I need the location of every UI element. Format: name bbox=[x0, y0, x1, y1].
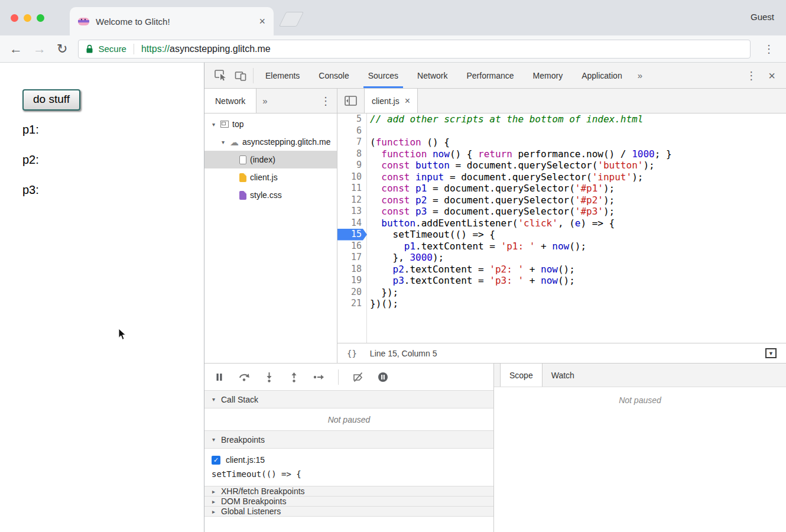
code-text: }, 3000); bbox=[367, 252, 444, 264]
sidebar-tab-watch[interactable]: Watch bbox=[543, 364, 583, 387]
breakpoint-marker[interactable]: 15 bbox=[337, 229, 367, 241]
stylesheet-icon bbox=[239, 191, 246, 200]
line-number[interactable]: 9 bbox=[337, 160, 367, 171]
line-number[interactable]: 13 bbox=[337, 206, 367, 218]
address-bar[interactable]: Secure https://asyncstepping.glitch.me bbox=[78, 40, 751, 59]
tree-item-top[interactable]: ▾top bbox=[204, 115, 337, 133]
navigator-tab-network[interactable]: Network bbox=[204, 89, 256, 113]
do-stuff-button[interactable]: do stuff bbox=[22, 89, 80, 111]
device-toolbar-icon[interactable] bbox=[230, 70, 251, 81]
editor-tab-clientjs[interactable]: client.js × bbox=[364, 89, 418, 113]
section-global-listeners[interactable]: ▸Global Listeners bbox=[204, 507, 493, 517]
navigator-menu-icon[interactable]: ⋮ bbox=[314, 96, 337, 106]
section-dom-breakpoints[interactable]: ▸DOM Breakpoints bbox=[204, 497, 493, 507]
code-text: const button = document.querySelector('b… bbox=[367, 160, 655, 171]
collapse-icon: ▸ bbox=[210, 498, 217, 505]
deactivate-breakpoints-icon[interactable] bbox=[350, 369, 366, 385]
devtools-tab-console[interactable]: Console bbox=[309, 63, 358, 88]
line-number[interactable]: 19 bbox=[337, 275, 367, 287]
devtools-tab-sources[interactable]: Sources bbox=[359, 63, 408, 88]
call-stack-message: Not paused bbox=[204, 408, 493, 431]
collapsed-sections: ▸XHR/fetch Breakpoints▸DOM Breakpoints▸G… bbox=[204, 486, 493, 517]
code-editor[interactable]: 5// add other scripts at the bottom of i… bbox=[337, 113, 786, 343]
devtools-close-icon[interactable]: × bbox=[764, 70, 780, 82]
devtools-tab-memory[interactable]: Memory bbox=[524, 63, 573, 88]
back-icon[interactable]: ← bbox=[9, 43, 22, 56]
editor-tab-close-icon[interactable]: × bbox=[405, 96, 410, 106]
devtools-tab-performance[interactable]: Performance bbox=[457, 63, 523, 88]
close-window-button[interactable] bbox=[11, 14, 18, 22]
devtools-menu-icon[interactable]: ⋮ bbox=[739, 70, 764, 81]
line-number[interactable]: 17 bbox=[337, 252, 367, 264]
section-xhr-fetch-breakpoints[interactable]: ▸XHR/fetch Breakpoints bbox=[204, 486, 493, 497]
twisty-icon[interactable]: ▾ bbox=[220, 139, 226, 145]
line-number[interactable]: 5 bbox=[337, 113, 367, 125]
devtools-tab-application[interactable]: Application bbox=[572, 63, 632, 88]
breakpoint-checkbox[interactable]: ✓ bbox=[212, 456, 220, 465]
step-into-icon[interactable] bbox=[261, 369, 277, 385]
collapse-icon: ▸ bbox=[210, 488, 217, 495]
line-number[interactable]: 8 bbox=[337, 148, 367, 160]
tree-item-client-js[interactable]: client.js bbox=[204, 168, 337, 186]
sidebar-tab-scope[interactable]: Scope bbox=[500, 364, 543, 387]
devtools-tabbar: ElementsConsoleSourcesNetworkPerformance… bbox=[204, 63, 786, 89]
devtools-tabbar-tabs: ElementsConsoleSourcesNetworkPerformance… bbox=[256, 63, 632, 88]
minimize-window-button[interactable] bbox=[24, 14, 31, 22]
browser-menu-icon[interactable]: ⋮ bbox=[761, 44, 777, 54]
navigator-toggle-icon[interactable] bbox=[345, 96, 357, 106]
step-out-icon[interactable] bbox=[286, 369, 301, 385]
step-over-icon[interactable] bbox=[236, 369, 252, 385]
tree-item-label: top bbox=[232, 119, 243, 129]
code-line-20: 20 }); bbox=[337, 287, 786, 299]
code-text: const p2 = document.querySelector('#p2')… bbox=[367, 194, 615, 206]
line-number[interactable]: 20 bbox=[337, 287, 367, 299]
zoom-window-button[interactable] bbox=[37, 14, 44, 22]
line-number[interactable]: 16 bbox=[337, 241, 367, 252]
code-line-8: 8 function now() { return performance.no… bbox=[337, 148, 786, 160]
breakpoint-location-label: client.js:15 bbox=[226, 455, 265, 465]
inspect-element-icon[interactable] bbox=[210, 70, 230, 81]
tree-item--index-[interactable]: (index) bbox=[204, 151, 337, 168]
line-number[interactable]: 14 bbox=[337, 218, 367, 229]
cloud-icon: ☁ bbox=[230, 138, 239, 147]
profile-label[interactable]: Guest bbox=[751, 12, 774, 22]
devtools-tab-network[interactable]: Network bbox=[408, 63, 457, 88]
more-tabs-icon[interactable]: » bbox=[632, 70, 648, 80]
navigator-more-tabs-icon[interactable]: » bbox=[256, 96, 273, 106]
tree-item-label: client.js bbox=[250, 173, 278, 182]
twisty-icon[interactable]: ▾ bbox=[210, 121, 217, 128]
code-text: (function () { bbox=[367, 137, 450, 148]
code-text: setTimeout(() => { bbox=[367, 229, 495, 241]
pretty-print-icon[interactable]: {} bbox=[347, 349, 357, 358]
tab-close-icon[interactable]: × bbox=[259, 16, 265, 27]
pause-on-exceptions-icon[interactable] bbox=[375, 369, 391, 385]
devtools-tab-elements[interactable]: Elements bbox=[256, 63, 309, 88]
navigator-tabbar: Network » ⋮ bbox=[204, 89, 337, 113]
step-icon[interactable] bbox=[311, 369, 326, 385]
reload-icon[interactable]: ↻ bbox=[57, 43, 67, 56]
line-number[interactable]: 7 bbox=[337, 137, 367, 148]
line-number[interactable]: 10 bbox=[337, 171, 367, 183]
line-number[interactable]: 11 bbox=[337, 183, 367, 194]
expand-drawer-icon[interactable]: ▼ bbox=[765, 348, 777, 358]
omnibox-divider bbox=[134, 44, 134, 54]
code-text: button.addEventListener('click', (e) => … bbox=[367, 218, 615, 229]
code-line-5: 5// add other scripts at the bottom of i… bbox=[337, 113, 786, 125]
breakpoint-entry[interactable]: ✓ client.js:15 setTimeout(() => { bbox=[204, 449, 493, 486]
line-number[interactable]: 6 bbox=[337, 125, 367, 137]
pause-script-icon[interactable] bbox=[212, 369, 227, 385]
tree-item-style-css[interactable]: style.css bbox=[204, 186, 337, 204]
new-tab-button[interactable] bbox=[279, 12, 304, 27]
editor-tabbar: client.js × bbox=[337, 89, 786, 113]
section-breakpoints[interactable]: ▾ Breakpoints bbox=[204, 431, 493, 449]
line-number[interactable]: 18 bbox=[337, 264, 367, 275]
debugger-area: ▾ Call Stack Not paused ▾ Breakpoints ✓ … bbox=[204, 363, 786, 532]
section-call-stack[interactable]: ▾ Call Stack bbox=[204, 391, 493, 408]
lock-icon bbox=[86, 44, 93, 54]
line-number[interactable]: 21 bbox=[337, 298, 367, 310]
code-line-10: 10 const input = document.querySelector(… bbox=[337, 171, 786, 183]
browser-tab[interactable]: Welcome to Glitch! × bbox=[70, 7, 274, 35]
tree-item-asyncstepping-glitch-me[interactable]: ▾☁asyncstepping.glitch.me bbox=[204, 133, 337, 151]
line-number[interactable]: 12 bbox=[337, 194, 367, 206]
code-text: }); bbox=[367, 287, 398, 299]
